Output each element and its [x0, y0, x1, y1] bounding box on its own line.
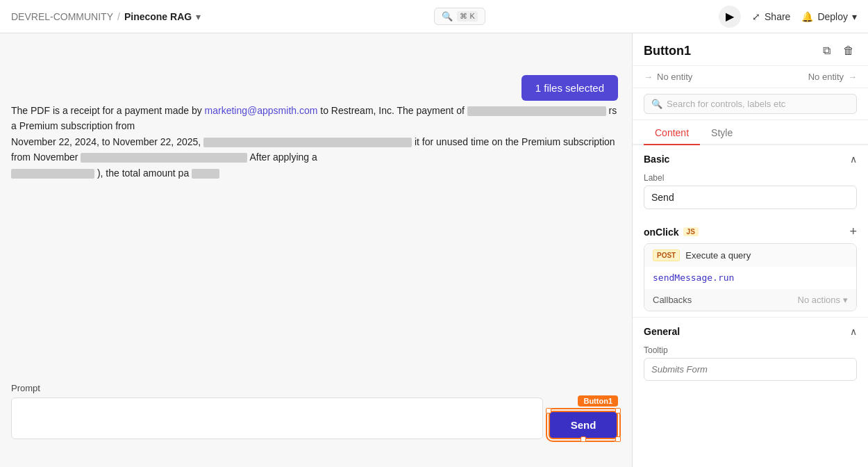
search-shortcut: ⌘ K — [457, 11, 477, 22]
basic-section-title: Basic — [644, 154, 669, 165]
share-button[interactable]: ⤢ Share — [752, 11, 790, 22]
execute-header: POST Execute a query — [644, 244, 856, 267]
arrow-right-icon: → — [644, 72, 653, 82]
canvas-area: 1 files selected The PDF is a receipt fo… — [0, 33, 632, 467]
main-layout: 1 files selected The PDF is a receipt fo… — [0, 33, 868, 467]
right-panel: Button1 ⧉ 🗑 → No entity No entity → 🔍 Se… — [632, 33, 868, 467]
resize-handle-bm[interactable] — [581, 436, 586, 442]
canvas-inner: 1 files selected The PDF is a receipt fo… — [0, 33, 632, 467]
panel-header-actions: ⧉ 🗑 — [820, 43, 857, 58]
onclick-header: onClick JS + — [633, 218, 868, 243]
prompt-section: Prompt Button1 Send — [11, 383, 618, 439]
breadcrumb: DEVREL-COMMUNITY / Pinecone RAG ▾ — [11, 11, 201, 22]
play-icon: ▶ — [726, 10, 734, 23]
bell-icon: 🔔 — [801, 11, 813, 22]
entity-right[interactable]: No entity → — [808, 72, 857, 82]
redacted-4 — [11, 169, 94, 179]
deploy-button[interactable]: 🔔 Deploy ▾ — [801, 11, 857, 22]
resize-handle-tl[interactable] — [546, 408, 551, 413]
general-section: General ∧ Tooltip — [633, 318, 868, 389]
basic-section: Basic ∧ Label onClick JS + POST Ex — [633, 145, 868, 318]
search-icon: 🔍 — [442, 11, 453, 22]
tooltip-field: Tooltip — [633, 345, 868, 389]
callbacks-label: Callbacks — [653, 295, 692, 305]
js-badge: JS — [683, 227, 699, 236]
send-button-wrapper: Button1 Send — [549, 411, 618, 439]
redacted-2 — [203, 138, 412, 147]
tooltip-input[interactable] — [644, 358, 857, 381]
redacted-5 — [192, 169, 219, 179]
general-section-toggle-icon: ∧ — [850, 326, 857, 337]
org-name: DEVREL-COMMUNITY — [11, 11, 113, 22]
play-button[interactable]: ▶ — [719, 6, 741, 28]
share-icon: ⤢ — [752, 11, 760, 22]
post-badge: POST — [653, 249, 680, 261]
resize-handle-br[interactable] — [615, 436, 621, 442]
redacted-1 — [467, 106, 606, 116]
tab-content[interactable]: Content — [644, 120, 700, 145]
execute-block: POST Execute a query sendMessage.run Cal… — [644, 243, 857, 311]
panel-header: Button1 ⧉ 🗑 — [633, 33, 868, 66]
text-content-area: The PDF is a receipt for a payment made … — [11, 103, 618, 181]
entity-row: → No entity No entity → — [633, 66, 868, 88]
resize-handle-tr[interactable] — [615, 408, 621, 413]
general-section-header[interactable]: General ∧ — [633, 318, 868, 345]
breadcrumb-separator: / — [117, 11, 120, 22]
duplicate-button[interactable]: ⧉ — [820, 43, 833, 58]
arrow-left-icon: → — [848, 72, 857, 82]
general-section-title: General — [644, 326, 680, 337]
panel-search: 🔍 Search for controls, labels etc — [633, 88, 868, 120]
tab-style[interactable]: Style — [700, 120, 744, 145]
search-icon-panel: 🔍 — [651, 99, 662, 109]
onclick-label: onClick JS — [644, 227, 699, 238]
panel-title: Button1 — [644, 44, 691, 58]
global-search[interactable]: 🔍 ⌘ K — [434, 8, 485, 25]
onclick-add-button[interactable]: + — [849, 224, 857, 239]
project-chevron-icon[interactable]: ▾ — [196, 11, 201, 22]
panel-search-placeholder: Search for controls, labels etc — [667, 99, 785, 109]
project-name: Pinecone RAG — [124, 11, 192, 22]
redacted-3 — [81, 153, 247, 163]
navbar: DEVREL-COMMUNITY / Pinecone RAG ▾ 🔍 ⌘ K … — [0, 0, 868, 33]
label-field-input[interactable] — [644, 186, 857, 209]
text-paragraph-2: November 22, 2024, to November 22, 2025,… — [11, 134, 618, 165]
text-paragraph-1: The PDF is a receipt for a payment made … — [11, 103, 618, 134]
panel-search-box[interactable]: 🔍 Search for controls, labels etc — [644, 94, 857, 114]
file-selected-button[interactable]: 1 files selected — [521, 75, 618, 101]
email-link[interactable]: marketing@appsmith.com — [205, 105, 318, 116]
text-paragraph-3: ), the total amount pa — [11, 165, 618, 181]
panel-tabs: Content Style — [633, 120, 868, 145]
prompt-input-row: Button1 Send — [11, 398, 618, 439]
basic-section-header[interactable]: Basic ∧ — [633, 145, 868, 173]
execute-body: sendMessage.run — [644, 267, 856, 289]
label-field-group: Label — [633, 173, 868, 218]
no-actions-chevron-icon: ▾ — [843, 295, 848, 305]
prompt-label: Prompt — [11, 383, 618, 393]
basic-section-toggle-icon: ∧ — [850, 154, 857, 165]
navbar-center: 🔍 ⌘ K — [434, 8, 485, 25]
button1-tag-label: Button1 — [578, 395, 618, 407]
navbar-right: ▶ ⤢ Share 🔔 Deploy ▾ — [719, 6, 857, 28]
deploy-chevron-icon: ▾ — [852, 11, 857, 22]
tooltip-label: Tooltip — [644, 345, 857, 355]
send-button[interactable]: Send — [549, 411, 618, 439]
callbacks-row: Callbacks No actions ▾ — [644, 289, 856, 311]
query-name[interactable]: sendMessage.run — [653, 272, 734, 283]
prompt-input[interactable] — [11, 398, 543, 439]
entity-left[interactable]: → No entity — [644, 72, 692, 82]
execute-title: Execute a query — [685, 250, 751, 261]
navbar-left: DEVREL-COMMUNITY / Pinecone RAG ▾ — [11, 11, 201, 22]
label-field-label: Label — [644, 173, 857, 183]
no-actions[interactable]: No actions ▾ — [798, 295, 848, 305]
delete-button[interactable]: 🗑 — [840, 43, 857, 58]
